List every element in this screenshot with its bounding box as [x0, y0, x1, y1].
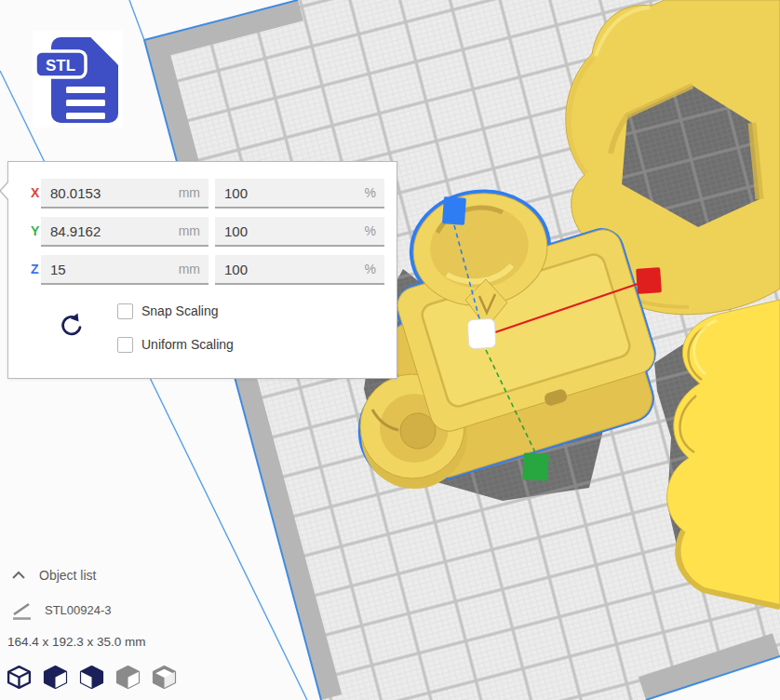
- x-percent-unit: %: [365, 185, 376, 200]
- scale-handle-y[interactable]: [522, 452, 548, 480]
- scale-handle-z[interactable]: [442, 196, 466, 225]
- y-percent-input[interactable]: [215, 217, 384, 245]
- cube-top-face-gray-icon: [154, 666, 175, 688]
- cube-wireframe-icon: [8, 666, 30, 688]
- uniform-scaling-checkbox[interactable]: [117, 337, 133, 353]
- object-on-plate-icon: [11, 601, 34, 622]
- camera-view-toolbar: [6, 663, 178, 692]
- object-name: STL00924-3: [45, 603, 112, 617]
- stl-file-icon: STL: [33, 31, 123, 128]
- x-percent-input[interactable]: [215, 179, 384, 207]
- scale-handle-center[interactable]: [467, 318, 496, 348]
- object-list-title: Object list: [39, 568, 96, 583]
- view-front-button[interactable]: [42, 663, 69, 692]
- cube-left-face-icon: [81, 666, 102, 688]
- axis-label-x: X: [31, 185, 39, 200]
- stl-badge-label: STL: [46, 57, 75, 74]
- cura-window: STL X mm % Y mm: [0, 0, 780, 700]
- z-size-unit: mm: [179, 262, 200, 276]
- snap-scaling-checkbox[interactable]: [117, 303, 133, 319]
- axis-label-z: Z: [31, 262, 39, 276]
- model-dimensions: 164.4 x 192.3 x 35.0 mm: [7, 635, 146, 649]
- view-right-button[interactable]: [151, 663, 178, 692]
- scale-handle-x[interactable]: [636, 267, 662, 294]
- y-percent-unit: %: [365, 223, 376, 238]
- view-3d-button[interactable]: [6, 663, 33, 692]
- snap-scaling-label: Snap Scaling: [141, 303, 219, 318]
- z-percent-unit: %: [365, 262, 376, 276]
- panel-pointer: [0, 181, 8, 201]
- scale-tool-panel: X mm % Y mm % Z mm: [7, 161, 397, 379]
- y-size-unit: mm: [179, 223, 200, 238]
- z-percent-input[interactable]: [215, 255, 384, 283]
- cube-front-face-icon: [45, 666, 66, 688]
- model-stamp-bottom-right[interactable]: [667, 300, 780, 607]
- reset-scale-button[interactable]: [57, 313, 85, 341]
- cube-right-face-gray-icon: [117, 666, 139, 688]
- chevron-up-icon: [11, 571, 26, 580]
- uniform-scaling-label: Uniform Scaling: [141, 337, 234, 352]
- x-size-unit: mm: [179, 185, 200, 200]
- axis-label-y: Y: [31, 223, 39, 238]
- view-left-button[interactable]: [114, 663, 141, 692]
- view-top-button[interactable]: [78, 663, 105, 692]
